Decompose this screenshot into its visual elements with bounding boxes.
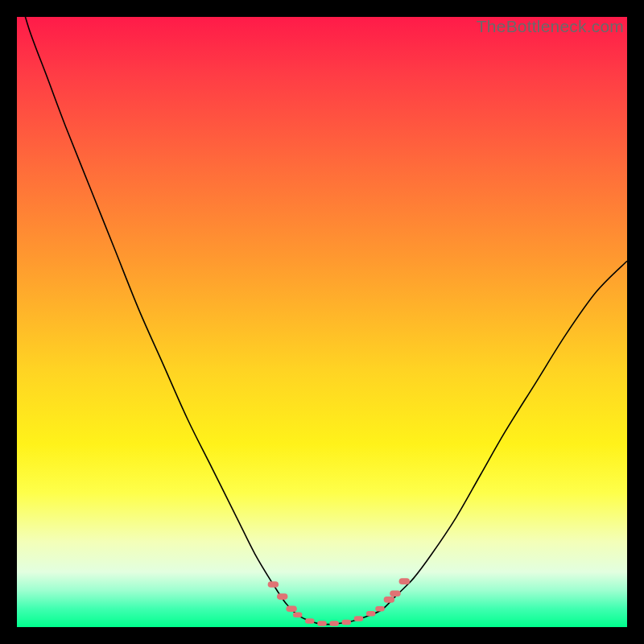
curve-marker bbox=[268, 581, 279, 588]
curve-marker bbox=[293, 613, 303, 617]
curve-marker bbox=[375, 606, 385, 611]
curve-marker bbox=[286, 605, 296, 612]
outer-frame: TheBottleneck.com bbox=[0, 0, 644, 644]
bottleneck-curve bbox=[17, 0, 627, 625]
curve-markers bbox=[268, 578, 410, 625]
curve-marker bbox=[354, 616, 364, 621]
plot-area: TheBottleneck.com bbox=[17, 17, 627, 627]
curve-marker bbox=[305, 618, 315, 623]
curve-marker bbox=[277, 593, 287, 600]
curve-layer bbox=[17, 17, 627, 627]
curve-marker bbox=[317, 621, 327, 625]
curve-marker bbox=[342, 620, 352, 625]
curve-marker bbox=[390, 591, 400, 597]
curve-marker bbox=[366, 611, 376, 616]
curve-marker bbox=[384, 597, 394, 603]
curve-marker bbox=[399, 578, 410, 584]
curve-marker bbox=[329, 621, 339, 625]
